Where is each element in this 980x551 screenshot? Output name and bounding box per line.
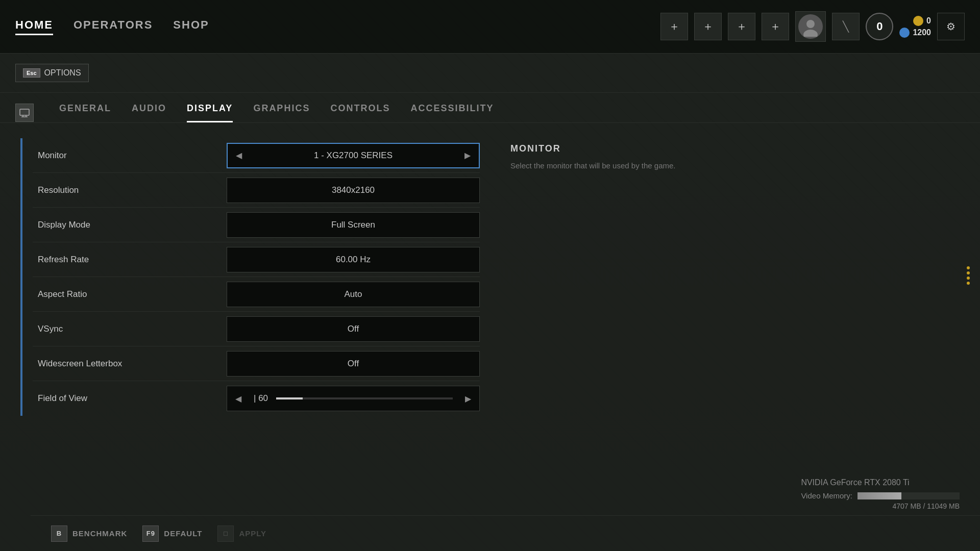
currency-display: 0 1200 [899,16,931,38]
monitor-selector[interactable]: ◀ 1 - XG2700 SERIES ▶ [227,143,480,168]
info-description: Select the monitor that will be used by … [510,160,960,172]
nav-shop[interactable]: SHOP [173,18,209,35]
monitor-value: 1 - XG2700 SERIES [250,151,456,161]
tab-controls[interactable]: CONTROLS [330,103,390,122]
dot-3 [967,277,970,280]
refresh-rate-btn[interactable]: 60.00 Hz [227,247,480,272]
nav-plus-btn-1[interactable]: ＋ [660,13,688,40]
widescreen-control: Off [227,351,480,377]
fov-slider-track[interactable] [276,397,453,399]
setting-row-fov: Field of View ◀ | 60 ▶ [33,381,480,416]
vsync-btn[interactable]: Off [227,316,480,342]
refresh-rate-value: 60.00 Hz [336,255,371,265]
apply-label: APPLY [239,529,266,538]
level-badge: 0 [866,13,893,40]
widescreen-label: Widescreen Letterbox [33,359,227,369]
benchmark-key: B [51,525,67,542]
setting-row-resolution: Resolution 3840x2160 [33,173,480,208]
vram-row: Video Memory: [801,491,960,500]
settings-button[interactable]: ⚙ [937,13,965,40]
info-title: MONITOR [510,143,960,154]
fov-next-arrow[interactable]: ▶ [457,386,479,411]
settings-rows: Monitor ◀ 1 - XG2700 SERIES ▶ Resolution [33,138,480,416]
svg-point-0 [806,20,815,28]
fov-label: Field of View [33,393,227,404]
gold-currency: 0 [913,16,931,26]
action-bar: B BENCHMARK F9 DEFAULT □ APPLY [31,515,980,551]
refresh-rate-label: Refresh Rate [33,255,227,265]
resolution-btn[interactable]: 3840x2160 [227,178,480,203]
display-mode-btn[interactable]: Full Screen [227,212,480,238]
display-mode-control: Full Screen [227,212,480,238]
apply-button[interactable]: □ APPLY [217,525,266,542]
gold-icon [913,16,923,26]
fov-slider-fill [276,397,303,399]
svg-rect-2 [20,109,29,115]
settings-panel: Monitor ◀ 1 - XG2700 SERIES ▶ Resolution [20,138,480,416]
monitor-next-arrow[interactable]: ▶ [456,143,479,168]
monitor-label: Monitor [33,151,227,161]
settings-body: Monitor ◀ 1 - XG2700 SERIES ▶ Resolution [0,123,980,431]
esc-key-label: Esc [23,68,40,78]
display-tab-icon [15,104,34,122]
setting-row-widescreen: Widescreen Letterbox Off [33,346,480,381]
vram-bar-fill [857,492,901,499]
benchmark-button[interactable]: B BENCHMARK [51,525,127,542]
dot-1 [967,266,970,269]
resolution-value: 3840x2160 [332,185,375,195]
vsync-label: VSync [33,324,227,334]
nav-plus-btn-2[interactable]: ＋ [694,13,722,40]
tab-audio[interactable]: AUDIO [132,103,166,122]
avatar-button[interactable] [795,11,826,42]
monitor-prev-arrow[interactable]: ◀ [228,143,250,168]
vsync-control: Off [227,316,480,342]
left-accent-bar [20,138,22,416]
setting-row-vsync: VSync Off [33,312,480,346]
aspect-ratio-label: Aspect Ratio [33,289,227,299]
benchmark-label: BENCHMARK [72,529,127,538]
nav-operators[interactable]: OPERATORS [74,18,153,35]
options-header: Esc OPTIONS [0,54,980,93]
vram-text: 4707 MB / 11049 MB [801,502,960,510]
gpu-name: NVIDIA GeForce RTX 2080 Ti [801,478,960,487]
tab-general[interactable]: GENERAL [59,103,111,122]
nav-plus-btn-4[interactable]: ＋ [762,13,789,40]
nav-plus-btn-3[interactable]: ＋ [728,13,755,40]
tab-graphics[interactable]: GRAPHICS [253,103,310,122]
esc-button[interactable]: Esc OPTIONS [15,64,89,82]
apply-key: □ [217,525,234,542]
vsync-value: Off [348,324,359,334]
nav-slash-icon[interactable]: ╲ [832,13,860,40]
vram-label: Video Memory: [801,491,852,500]
setting-row-refresh-rate: Refresh Rate 60.00 Hz [33,242,480,277]
vram-bar-container [857,492,960,499]
aspect-ratio-btn[interactable]: Auto [227,282,480,307]
widescreen-btn[interactable]: Off [227,351,480,377]
dot-4 [967,282,970,285]
tab-accessibility[interactable]: ACCESSIBILITY [410,103,494,122]
fov-prev-arrow[interactable]: ◀ [227,386,250,411]
nav-home[interactable]: HOME [15,18,53,35]
dot-2 [967,271,970,274]
widescreen-value: Off [348,359,359,369]
setting-row-monitor: Monitor ◀ 1 - XG2700 SERIES ▶ [33,138,480,173]
fov-value: | 60 [250,393,272,404]
gpu-info: NVIDIA GeForce RTX 2080 Ti Video Memory:… [801,478,960,510]
aspect-ratio-control: Auto [227,282,480,307]
nav-right-group: ＋ ＋ ＋ ＋ ╲ 0 0 1200 [660,11,965,42]
refresh-rate-control: 60.00 Hz [227,247,480,272]
gear-icon: ⚙ [946,20,955,33]
default-button[interactable]: F9 DEFAULT [142,525,202,542]
aspect-ratio-value: Auto [345,289,362,299]
svg-point-1 [803,30,818,37]
fov-slider-control[interactable]: ◀ | 60 ▶ [227,386,480,411]
blue-currency: 1200 [899,28,931,38]
fov-control-wrapper: ◀ | 60 ▶ [227,386,480,411]
display-mode-label: Display Mode [33,220,227,230]
info-panel: MONITOR Select the monitor that will be … [510,138,960,416]
tab-display[interactable]: DISPLAY [187,103,233,122]
options-title: OPTIONS [44,68,81,78]
right-dots [967,266,970,285]
nav-links: HOME OPERATORS SHOP [15,18,209,35]
setting-row-aspect-ratio: Aspect Ratio Auto [33,277,480,312]
